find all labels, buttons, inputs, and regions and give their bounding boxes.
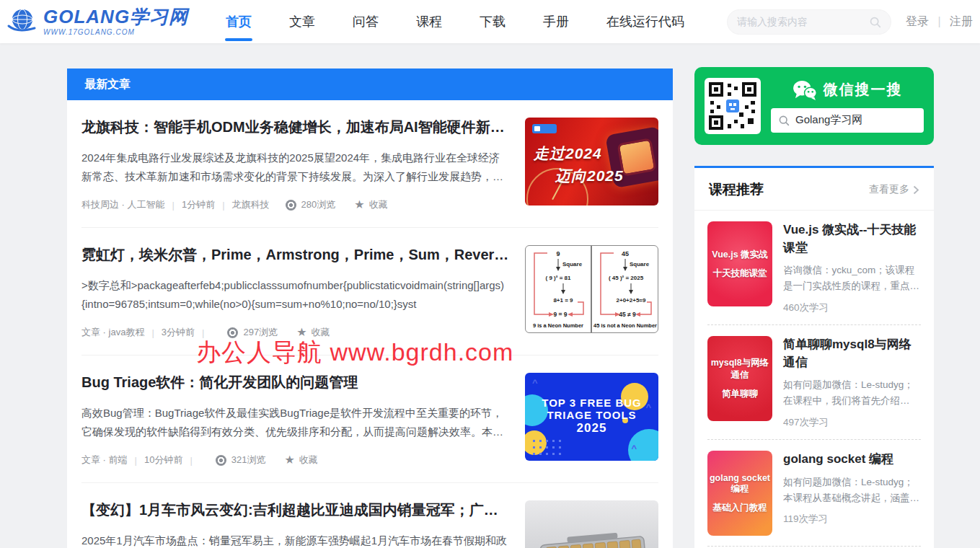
views-icon [286,200,296,211]
search-icon[interactable] [869,16,881,28]
section-title: 最新文章 [84,78,131,90]
svg-text:45 ≠ 9: 45 ≠ 9 [619,311,636,318]
svg-text:9 is a Neon Number: 9 is a Neon Number [533,322,583,329]
article-thumbnail-neon-diagram[interactable]: 9 Square ( 9 )² = 81 8+1 = 9 9 = 9 9 is … [525,245,658,333]
course-thumb-text: Vue.js 微实战 [712,249,767,261]
globe-logo-icon [6,4,40,39]
svg-text:( 45 )² = 2025: ( 45 )² = 2025 [609,275,644,281]
course-thumb-text: 十天技能课堂 [713,268,767,280]
favorite-label: 收藏 [369,198,388,211]
thumb-text: 迈向2025 [555,166,624,186]
article-meta: 文章 · 前端 | 10分钟前 | 321浏览 ★ 收藏 [81,454,509,467]
thumb-badge-icon [532,124,557,133]
nav-item-home[interactable]: 首页 [226,0,252,43]
article-summary: 2024年集成电路行业发展综述及龙旗科技的2025展望2024年，集成电路行业在… [81,149,509,186]
article-thumbnail-2025[interactable]: 走过2024 迈向2025 [525,118,658,206]
thumb-text: TOP 3 FREE BUG [525,397,658,409]
course-desc: 如有问题加微信：Le-studyg；在课程中，我们将首先介绍MySQL8的... [783,377,921,409]
article-category[interactable]: 文章 · java教程 [81,326,144,339]
svg-text:Square: Square [562,261,583,268]
article-time: 1分钟前 [182,198,215,211]
article-thumbnail-bug-triage[interactable]: ^ ^ ^ TOP 3 FREE BUG TRIAGE TOOLS 2025 [525,373,658,461]
thumb-text: 2025 [525,421,658,436]
article-summary: 2025年1月汽车市场盘点：销量冠军易主，新能源车强势崛起1月汽车市场在春节假期… [81,531,509,548]
nav-item-manuals[interactable]: 手册 [543,0,569,43]
nav-item-articles[interactable]: 文章 [289,0,315,43]
course-section-title: 课程推荐 [709,180,764,199]
favorite-action[interactable]: ★ 收藏 [285,454,318,467]
favorite-action[interactable]: ★ 收藏 [354,198,387,211]
course-thumb-text: 基础入门教程 [713,502,767,514]
logo-title: GOLANG学习网 [43,7,188,26]
article-summary: >数字总和>packageafterfeb4;publicclasssumofn… [81,276,509,314]
site-logo[interactable]: GOLANG学习网 WWW.17GOLANG.COM [0,4,188,39]
header-search-box[interactable] [727,9,891,35]
article-thumbnail-car-chassis[interactable] [525,500,658,548]
wechat-search-widget: 微信搜一搜 Golang学习网 [694,67,934,145]
article-list: 龙旗科技：智能手机ODM业务稳健增长，加速布局AI智能硬件新赛道 2024年集成… [67,100,673,548]
login-link[interactable]: 登录 [906,15,929,27]
course-thumbnail[interactable]: Vue.js 微实战 十天技能课堂 [707,221,772,306]
course-title[interactable]: Vue.js 微实战--十天技能课堂 [783,221,921,257]
watermark-overlay: 办公人导航 www.bgrdh.com [196,336,513,369]
course-recommendation-panel: 课程推荐 查看更多 Vue.js 微实战 十天技能课堂 Vue.js 微实战--… [694,166,934,548]
wechat-search-pill: Golang学习网 [771,108,924,133]
wechat-account-name: Golang学习网 [795,113,862,127]
right-sidebar: 微信搜一搜 Golang学习网 课程推荐 查看更多 [694,67,934,548]
article-title[interactable]: 霓虹灯，埃米尔普，Prime，Armstrong，Prime，Sum，Rever… [81,245,509,265]
course-thumbnail[interactable]: golang socket 编程 基础入门教程 [707,451,772,536]
search-icon [778,115,790,126]
article-time: 10分钟前 [144,454,182,467]
article-time: 3分钟前 [162,326,195,339]
auth-links: 登录 | 注册 [906,14,973,30]
article-category[interactable]: 文章 · 前端 [81,454,128,467]
section-banner: 最新文章 [67,68,673,100]
nav-item-online-code[interactable]: 在线运行代码 [606,0,684,43]
article-summary: 高效Bug管理：BugTriage软件及最佳实践BugTriage是软件开发流程… [81,404,509,441]
course-item[interactable]: mysql8与网络通信 简单聊聊 简单聊聊mysql8与网络通信 如有问题加微信… [694,325,934,439]
course-item[interactable]: Vue.js 微实战 十天技能课堂 Vue.js 微实战--十天技能课堂 咨询微… [694,211,934,324]
article-meta: 科技周边 · 人工智能 | 1分钟前 | 龙旗科技 280浏览 ★ 收藏 [81,198,509,211]
course-learn-count: 119次学习 [783,513,921,526]
wechat-icon [793,80,817,100]
nav-item-downloads[interactable]: 下载 [480,0,506,43]
meta-separator: | [172,200,175,211]
course-item[interactable]: golang socket 编程 基础入门教程 golang socket 编程… [694,440,934,546]
qr-code-graphic [707,81,758,131]
thumb-text: 走过2024 [534,143,602,164]
latest-articles-panel: 最新文章 龙旗科技：智能手机ODM业务稳健增长，加速布局AI智能硬件新赛道 20… [67,68,673,548]
course-thumb-text: mysql8与网络通信 [707,357,772,381]
svg-text:45 is not a Neon Number: 45 is not a Neon Number [593,322,657,329]
article-title[interactable]: 【变幻】1月车市风云变幻:吉利超越比亚迪成国内销量冠军；广汽丰田上... [81,500,509,520]
search-input[interactable] [737,16,869,27]
course-desc: 咨询微信：ycku_com；该课程是一门实战性质的课程，重点围绕Vue.... [783,262,921,294]
article-title[interactable]: 龙旗科技：智能手机ODM业务稳健增长，加速布局AI智能硬件新赛道 [81,118,509,137]
article-title[interactable]: Bug Triage软件：简化开发团队的问题管理 [81,373,509,392]
course-learn-count: 460次学习 [783,301,921,314]
svg-text:2+0+2+5=9: 2+0+2+5=9 [617,297,646,304]
article-tag[interactable]: 龙旗科技 [232,198,270,211]
meta-separator: | [190,455,192,466]
svg-text:8+1 = 9: 8+1 = 9 [553,297,573,304]
star-icon: ★ [354,199,364,211]
auth-divider: | [937,15,940,27]
views-count: 321浏览 [216,454,266,467]
view-more-label: 查看更多 [869,183,909,196]
view-more-link[interactable]: 查看更多 [869,183,919,196]
meta-separator: | [222,200,224,211]
views-label: 321浏览 [231,454,266,467]
neon-number-flowchart: 9 Square ( 9 )² = 81 8+1 = 9 9 = 9 9 is … [526,246,658,332]
article-category[interactable]: 科技周边 · 人工智能 [81,198,165,211]
star-icon: ★ [285,454,295,466]
nav-item-courses[interactable]: 课程 [416,0,442,43]
nav-item-qa[interactable]: 问答 [353,0,379,43]
svg-text:9: 9 [556,250,560,257]
meta-separator: | [151,327,154,338]
course-thumbnail[interactable]: mysql8与网络通信 简单聊聊 [707,336,772,421]
register-link[interactable]: 注册 [950,15,973,27]
course-title[interactable]: golang socket 编程 [783,451,921,469]
car-chassis-graphic [525,500,658,548]
views-label: 280浏览 [301,198,336,211]
chevron-right-icon [913,185,919,195]
course-title[interactable]: 简单聊聊mysql8与网络通信 [783,336,921,371]
